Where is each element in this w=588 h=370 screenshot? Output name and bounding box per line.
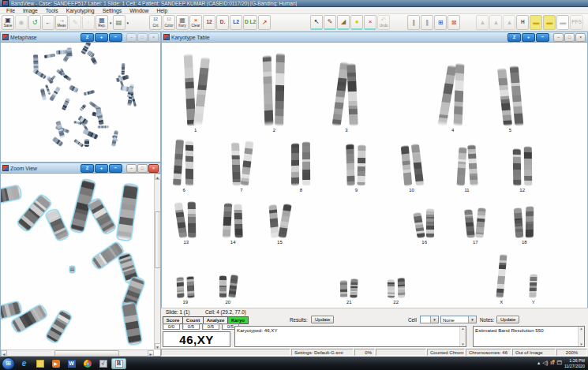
scroll-up-icon[interactable]: ▲ xyxy=(460,327,466,331)
chromosome[interactable] xyxy=(185,140,193,187)
menu-item-file[interactable]: File xyxy=(2,8,19,13)
chromosome-pair-16[interactable]: 16 xyxy=(415,208,434,245)
scroll-left-icon[interactable]: ◄ xyxy=(1,350,7,357)
metaphase-chromosome[interactable] xyxy=(33,69,47,79)
scrollbar-thumb[interactable] xyxy=(155,211,161,268)
chromosome[interactable] xyxy=(219,275,227,298)
karyotype-minimize-button[interactable]: − xyxy=(553,33,564,42)
network-icon[interactable]: ılı xyxy=(550,361,554,366)
chromosome[interactable] xyxy=(512,148,521,186)
chromosome-pair-13[interactable]: 13 xyxy=(177,201,196,245)
chromosome-pair-22[interactable]: 22 xyxy=(388,278,405,305)
chromosome-pair-11[interactable]: 11 xyxy=(458,144,477,192)
metaphase-chromosome[interactable] xyxy=(39,88,47,101)
menu-item-karyotyping[interactable]: Karyotyping xyxy=(62,8,99,13)
metaphase-chromosome[interactable] xyxy=(84,90,95,96)
scroll-right-icon[interactable]: ► xyxy=(148,350,154,357)
chromosome-pair-14[interactable]: 14 xyxy=(223,203,242,245)
pen-button[interactable]: ✎ xyxy=(324,15,336,30)
metaphase-chromosome[interactable] xyxy=(45,84,51,95)
chromosome[interactable] xyxy=(350,278,358,298)
chromosome[interactable] xyxy=(193,57,210,126)
mark-d-button[interactable]: D. xyxy=(216,15,229,30)
zoom-view-zoom-button[interactable]: Z xyxy=(81,164,94,173)
chevron-down-icon[interactable]: ▾ xyxy=(110,21,112,25)
metaphase-zoom-out-button[interactable]: − xyxy=(109,33,122,42)
chromosome[interactable] xyxy=(346,63,358,126)
tray-expand-icon[interactable]: ▴ xyxy=(537,361,540,366)
chromosome[interactable] xyxy=(279,204,293,239)
zoom-view-close-button[interactable]: × xyxy=(148,164,159,173)
karyotype-maximize-button[interactable]: □ xyxy=(564,33,575,42)
zoom-view-chromosome[interactable] xyxy=(46,310,72,343)
color-button[interactable]: ¹²Color xyxy=(163,15,175,30)
chromosome[interactable] xyxy=(263,55,274,127)
metaphase-image[interactable] xyxy=(1,43,160,162)
taskbar-app-bandview[interactable]: B xyxy=(111,358,126,369)
chromosome-pair-21[interactable]: 21 xyxy=(340,278,358,305)
chromosome-pair-8[interactable]: 8 xyxy=(291,141,310,192)
metaphase-chromosome[interactable] xyxy=(84,139,89,148)
taskbar-app-media-player[interactable]: ▶ xyxy=(48,358,63,369)
layer-yellow-2-button[interactable]: ▬ xyxy=(543,15,556,30)
measure-button[interactable]: →Meas xyxy=(55,15,68,30)
chromosome[interactable] xyxy=(426,208,434,238)
chevron-down-icon[interactable]: ▼ xyxy=(468,316,476,323)
chromosome[interactable] xyxy=(529,274,537,298)
chromosome[interactable] xyxy=(340,280,347,298)
zoom-view-chromosome[interactable] xyxy=(122,302,142,345)
chromosome-pair-19[interactable]: 19 xyxy=(177,276,194,305)
metaphase-chromosome[interactable] xyxy=(44,54,55,58)
chromosome[interactable] xyxy=(464,209,475,238)
mark-dl2-button[interactable]: D L2 xyxy=(243,15,257,30)
chromosome[interactable] xyxy=(413,212,425,239)
capture-button[interactable]: ▤ xyxy=(113,15,125,30)
scroll-down-icon[interactable]: ▼ xyxy=(460,342,466,346)
chromosome[interactable] xyxy=(387,279,394,298)
metaphase-chromosome[interactable] xyxy=(98,125,109,129)
chromosome[interactable] xyxy=(186,276,194,299)
taskbar-app-sticky-notes[interactable] xyxy=(32,358,47,369)
metaphase-chromosome[interactable] xyxy=(80,104,87,112)
refresh-button[interactable]: ↺ xyxy=(28,15,41,30)
taskbar-app-internet-explorer[interactable]: e xyxy=(17,358,32,369)
chromosome[interactable] xyxy=(397,278,405,299)
chromosome-pair-4[interactable]: 4 xyxy=(443,63,463,133)
karyotype-zoom-in-button[interactable]: + xyxy=(522,33,535,42)
chromosome[interactable] xyxy=(291,143,299,186)
chromosome[interactable] xyxy=(358,144,366,186)
chromosome[interactable] xyxy=(496,68,511,126)
metaphase-zoom-button[interactable]: Z xyxy=(81,33,94,42)
karyotype-table-panel-header[interactable]: Karyotype Table Z+− −□× xyxy=(162,32,587,43)
karyotype-zoom-out-button[interactable]: − xyxy=(536,33,549,42)
chromosome-pair-2[interactable]: 2 xyxy=(264,53,284,133)
taskbar-app-word[interactable]: W xyxy=(64,358,79,369)
metaphase-minimize-button[interactable]: − xyxy=(126,33,137,42)
mark-l2-button[interactable]: L2 xyxy=(230,15,242,30)
chromosome[interactable] xyxy=(174,202,187,239)
karyogram-button[interactable]: ⊞ xyxy=(434,15,447,30)
metaphase-chromosome[interactable] xyxy=(52,136,64,147)
metaphase-maximize-button[interactable]: □ xyxy=(137,33,148,42)
chromosome[interactable] xyxy=(234,204,242,238)
chromosome[interactable] xyxy=(526,206,534,239)
chromosome[interactable] xyxy=(302,141,310,186)
taskbar-clock[interactable]: 1:26 PM 11/27/2020 xyxy=(564,358,585,368)
menu-item-settings[interactable]: Settings xyxy=(99,8,126,13)
metaphase-chromosome[interactable] xyxy=(62,98,70,111)
zoom-view-chromosome[interactable] xyxy=(92,241,124,269)
zoom-view-chromosome[interactable] xyxy=(46,209,69,241)
zoom-view-minimize-button[interactable]: − xyxy=(126,164,137,173)
chromosome-pair-17[interactable]: 17 xyxy=(466,207,485,245)
chromosome[interactable] xyxy=(228,275,238,299)
zoom-view-chromosome[interactable] xyxy=(70,267,74,272)
chromosome-pair-7[interactable]: 7 xyxy=(232,140,251,192)
zoom-view-vertical-scrollbar[interactable]: ▲ ▼ xyxy=(154,174,160,349)
chromosome[interactable] xyxy=(223,203,233,238)
chromosome[interactable] xyxy=(514,207,524,239)
chromosome-pair-5[interactable]: 5 xyxy=(500,65,521,133)
chromosome-pair-9[interactable]: 9 xyxy=(346,144,365,192)
start-button[interactable]: ⊞ xyxy=(2,357,15,370)
count-button[interactable]: ¹²Cnt xyxy=(149,15,162,30)
chromosome-pair-3[interactable]: 3 xyxy=(336,62,357,133)
